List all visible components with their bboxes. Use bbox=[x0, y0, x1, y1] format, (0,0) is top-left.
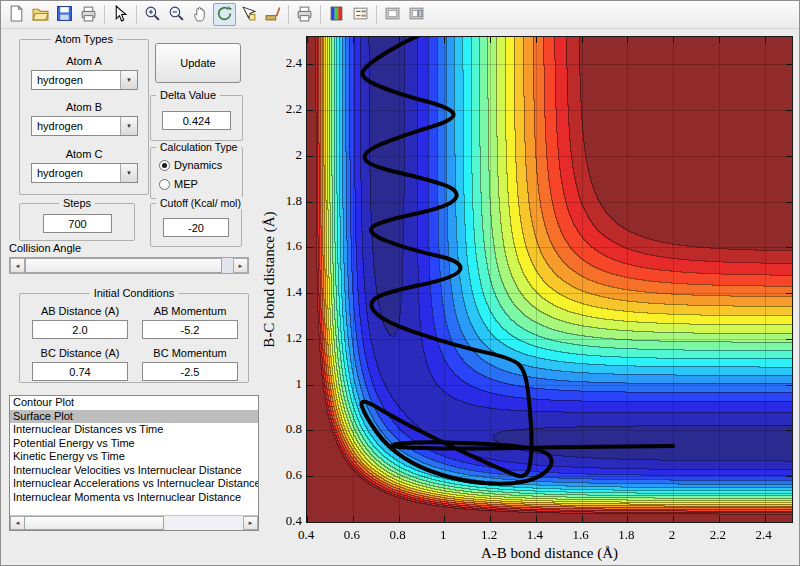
insert-legend-button[interactable] bbox=[349, 3, 372, 26]
atom-b-dropdown[interactable]: hydrogen ▼ bbox=[31, 116, 138, 136]
list-item[interactable]: Contour Plot bbox=[10, 396, 258, 410]
cutoff-title: Cutoff (Kcal/ mol) bbox=[156, 197, 245, 209]
x-tick-label: 1.2 bbox=[469, 527, 509, 543]
atom-c-label: Atom C bbox=[20, 148, 148, 160]
tools-b-icon bbox=[408, 5, 425, 25]
toolbar-separator bbox=[104, 5, 105, 24]
plot-type-list: Contour PlotSurface PlotInternuclear Dis… bbox=[10, 396, 258, 504]
scrollbar-thumb[interactable] bbox=[25, 258, 222, 273]
list-item[interactable]: Kinetic Energy vs Time bbox=[10, 450, 258, 464]
bc-distance-label: BC Distance (A) bbox=[32, 347, 128, 359]
atom-c-dropdown[interactable]: hydrogen ▼ bbox=[31, 163, 138, 183]
y-tick-label: 1.8 bbox=[258, 193, 302, 209]
plot-type-listbox[interactable]: Contour PlotSurface PlotInternuclear Dis… bbox=[9, 395, 259, 531]
pan-icon bbox=[192, 5, 209, 25]
brush-data-button[interactable] bbox=[261, 3, 284, 26]
collision-angle-label: Collision Angle bbox=[9, 242, 81, 254]
x-tick-label: 2 bbox=[652, 527, 692, 543]
scroll-right-arrow-icon[interactable]: ► bbox=[243, 516, 258, 530]
data-cursor-button[interactable] bbox=[237, 3, 260, 26]
bc-momentum-input[interactable] bbox=[142, 362, 238, 381]
print-icon bbox=[296, 5, 313, 25]
list-item[interactable]: Surface Plot bbox=[10, 410, 258, 424]
y-tick-label: 1.6 bbox=[258, 238, 302, 254]
delta-value-title: Delta Value bbox=[156, 89, 220, 101]
data-cursor-icon bbox=[240, 5, 257, 25]
show-plot-tools-button[interactable] bbox=[405, 3, 428, 26]
x-tick-label: 1.4 bbox=[515, 527, 555, 543]
radio-dynamics-label: Dynamics bbox=[174, 159, 222, 171]
list-item[interactable]: Internuclear Accelerations vs Internucle… bbox=[10, 477, 258, 491]
steps-input[interactable] bbox=[43, 214, 112, 233]
y-tick-label: 2 bbox=[258, 147, 302, 163]
atom-b-label: Atom B bbox=[20, 101, 148, 113]
y-tick-label: 1.2 bbox=[258, 330, 302, 346]
atom-a-dropdown[interactable]: hydrogen ▼ bbox=[31, 70, 138, 90]
listbox-hscrollbar[interactable]: ◄ ► bbox=[10, 515, 258, 530]
plot-axes[interactable] bbox=[306, 36, 793, 523]
new-figure-button[interactable] bbox=[5, 3, 28, 26]
toolbar-separator bbox=[136, 5, 137, 24]
radio-dynamics[interactable]: Dynamics bbox=[159, 159, 222, 171]
collision-angle-scrollbar[interactable]: ◄ ► bbox=[9, 257, 249, 274]
insert-colorbar-button[interactable] bbox=[325, 3, 348, 26]
pointer-icon bbox=[112, 5, 129, 25]
list-item[interactable]: Internuclear Momenta vs Internuclear Dis… bbox=[10, 491, 258, 505]
radio-icon[interactable] bbox=[159, 179, 170, 190]
list-item[interactable]: Internuclear Distances vs Time bbox=[10, 423, 258, 437]
calculation-type-title: Calculation Type bbox=[156, 141, 241, 153]
list-item[interactable]: Internuclear Velocities vs Internuclear … bbox=[10, 464, 258, 478]
figure-toolbar bbox=[1, 1, 799, 29]
delta-value-input[interactable] bbox=[162, 111, 231, 130]
ab-distance-input[interactable] bbox=[32, 320, 128, 339]
steps-panel: Steps bbox=[19, 203, 135, 241]
bc-distance-input[interactable] bbox=[32, 362, 128, 381]
scrollbar-thumb[interactable] bbox=[24, 516, 164, 530]
brush-icon bbox=[264, 5, 281, 25]
legend-icon bbox=[352, 5, 369, 25]
edit-plot-button[interactable] bbox=[109, 3, 132, 26]
hide-plot-tools-button[interactable] bbox=[381, 3, 404, 26]
scroll-left-arrow-icon[interactable]: ◄ bbox=[10, 516, 25, 530]
x-tick-label: 0.4 bbox=[286, 527, 326, 543]
atom-b-value: hydrogen bbox=[32, 117, 120, 135]
pes-surface-canvas[interactable] bbox=[307, 37, 792, 522]
application-window: Atom Types Atom A hydrogen ▼ Atom B hydr… bbox=[0, 0, 800, 566]
rotate-3d-button[interactable] bbox=[213, 3, 236, 26]
scroll-left-arrow-icon[interactable]: ◄ bbox=[10, 258, 25, 273]
toolbar-separator bbox=[288, 5, 289, 24]
toolbar-separator bbox=[320, 5, 321, 24]
steps-title: Steps bbox=[59, 197, 95, 209]
save-figure-button[interactable] bbox=[53, 3, 76, 26]
radio-icon[interactable] bbox=[159, 160, 170, 171]
y-tick-label: 0.4 bbox=[258, 513, 302, 529]
x-tick-label: 2.2 bbox=[698, 527, 738, 543]
delta-value-panel: Delta Value bbox=[150, 95, 243, 141]
atom-a-label: Atom A bbox=[20, 55, 148, 67]
open-file-button[interactable] bbox=[29, 3, 52, 26]
cutoff-input[interactable] bbox=[163, 218, 229, 237]
zoom-out-button[interactable] bbox=[165, 3, 188, 26]
colorbar-icon bbox=[328, 5, 345, 25]
print-figure-button[interactable] bbox=[77, 3, 100, 26]
x-tick-label: 0.8 bbox=[378, 527, 418, 543]
y-tick-label: 1.4 bbox=[258, 284, 302, 300]
chevron-down-icon[interactable]: ▼ bbox=[120, 71, 137, 89]
initial-conditions-panel: Initial Conditions AB Distance (A) AB Mo… bbox=[19, 293, 249, 383]
chevron-down-icon[interactable]: ▼ bbox=[120, 117, 137, 135]
ab-momentum-input[interactable] bbox=[142, 320, 238, 339]
zoom-in-button[interactable] bbox=[141, 3, 164, 26]
radio-mep[interactable]: MEP bbox=[159, 178, 198, 190]
x-axis-label: A-B bond distance (Å) bbox=[306, 545, 793, 562]
list-item[interactable]: Potential Energy vs Time bbox=[10, 437, 258, 451]
chevron-down-icon[interactable]: ▼ bbox=[120, 164, 137, 182]
x-tick-label: 2.4 bbox=[744, 527, 784, 543]
pan-button[interactable] bbox=[189, 3, 212, 26]
print-preview-button[interactable] bbox=[293, 3, 316, 26]
y-tick-label: 2.2 bbox=[258, 101, 302, 117]
scroll-right-arrow-icon[interactable]: ► bbox=[233, 258, 248, 273]
rotate-icon bbox=[216, 5, 233, 25]
toolbar-separator bbox=[376, 5, 377, 24]
x-tick-label: 1.8 bbox=[606, 527, 646, 543]
update-button[interactable]: Update bbox=[155, 43, 241, 83]
